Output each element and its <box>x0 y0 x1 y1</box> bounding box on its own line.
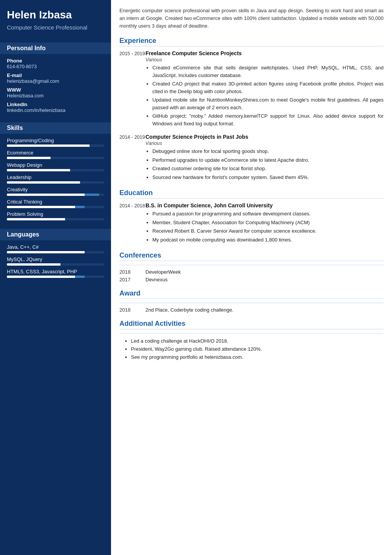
personal-info-section: Personal Info Phone 614-670-8073 E-mail … <box>0 38 111 118</box>
skill-bar <box>7 181 104 184</box>
skill-bar <box>7 206 104 208</box>
experience-list: 2015 - 2019Freelance Computer Science Pr… <box>119 50 384 182</box>
main-content: Energetic computer science professional … <box>111 0 392 555</box>
language-label: MySQL, JQuery <box>7 256 104 262</box>
experience-bullet-item: Created eCommerce site that sells design… <box>152 64 384 79</box>
linkedin-label: LinkedIn <box>7 102 104 107</box>
experience-bullet-item: GitHub project: "moby." Added memory.ker… <box>152 112 384 127</box>
skill-label: Programming/Coding <box>7 138 104 143</box>
conference-name: Devnexus <box>145 277 168 282</box>
awards-list: 20182nd Place, Coderbyte coding challeng… <box>119 307 384 313</box>
education-row: 2014 - 2018B.S. in Computer Science, Joh… <box>119 202 384 245</box>
conference-name: DeveloperWeek <box>145 269 181 275</box>
skill-label: Creativity <box>7 187 104 192</box>
experience-bullet-item: Performed upgrades to update eCommerce s… <box>152 156 384 164</box>
education-bullet-item: Member, Student Chapter, Association for… <box>152 219 384 227</box>
skill-bar <box>7 144 104 147</box>
language-bar <box>7 276 104 278</box>
experience-content: Freelance Computer Science ProjectsVario… <box>145 50 384 128</box>
conference-year: 2017 <box>119 277 145 282</box>
email-label: E-mail <box>7 72 104 78</box>
education-bullet-item: Received Robert B. Carver Senior Award f… <box>152 227 384 235</box>
education-bullets: Pursued a passion for programming and so… <box>145 210 384 243</box>
skills-section: Skills Programming/CodingEcommerceWebapp… <box>0 118 111 224</box>
linkedin-value: linkedin.com/in/helenizbasa <box>7 108 104 113</box>
education-content: B.S. in Computer Science, John Carroll U… <box>145 202 384 245</box>
education-section: Education 2014 - 2018B.S. in Computer Sc… <box>119 189 384 245</box>
skill-bar <box>7 194 104 196</box>
experience-section: Experience 2015 - 2019Freelance Computer… <box>119 37 384 182</box>
conference-row: 2017Devnexus <box>119 277 384 282</box>
award-title: Award <box>119 289 384 299</box>
additional-title: Additional Activities <box>119 320 384 329</box>
award-description: 2nd Place, Coderbyte coding challenge. <box>145 307 234 313</box>
skills-list: Programming/CodingEcommerceWebapp Design… <box>7 138 104 220</box>
experience-dates: 2015 - 2019 <box>119 50 145 128</box>
personal-info-title: Personal Info <box>0 43 111 54</box>
languages-list: Java, C++, C#MySQL, JQueryHTML5, CSS3, J… <box>7 244 104 278</box>
sidebar: Helen Izbasa Computer Science Profession… <box>0 0 111 555</box>
award-year: 2018 <box>119 307 145 313</box>
education-dates: 2014 - 2018 <box>119 202 145 245</box>
sidebar-header: Helen Izbasa Computer Science Profession… <box>0 0 111 38</box>
skill-label: Webapp Design <box>7 162 104 168</box>
language-bar <box>7 263 104 266</box>
skill-label: Ecommerce <box>7 150 104 156</box>
skill-bar <box>7 218 104 220</box>
experience-company: Various <box>145 57 384 62</box>
education-bullet-item: Pursued a passion for programming and so… <box>152 210 384 218</box>
language-bar <box>7 251 104 253</box>
skills-title: Skills <box>0 122 111 134</box>
additional-list: Led a coding challenge at HackOHI/O 2018… <box>119 337 384 361</box>
additional-bullet-item: See my programming portfolio at helenizb… <box>131 353 384 361</box>
languages-title: Languages <box>0 229 111 240</box>
education-degree: B.S. in Computer Science, John Carroll U… <box>145 202 384 209</box>
experience-job-title: Freelance Computer Science Projects <box>145 50 384 56</box>
skill-label: Problem Solving <box>7 211 104 217</box>
experience-bullet-item: Created CAD project that makes 3D-printe… <box>152 80 384 95</box>
www-label: WWW <box>7 87 104 93</box>
conferences-list: 2018DeveloperWeek2017Devnexus <box>119 269 384 282</box>
experience-company: Various <box>145 140 384 146</box>
additional-bullet-item: President, Way2Go gaming club. Raised at… <box>131 345 384 353</box>
email-value: helenizbasa@gmail.com <box>7 79 104 84</box>
education-bullet-item: My podcast on mobile computing was downl… <box>152 236 384 244</box>
experience-bullets: Created eCommerce site that sells design… <box>145 64 384 127</box>
languages-section: Languages Java, C++, C#MySQL, JQueryHTML… <box>0 224 111 282</box>
education-title: Education <box>119 189 384 199</box>
experience-bullet-item: Debugged online store for local sporting… <box>152 148 384 155</box>
experience-row: 2014 - 2019Computer Science Projects in … <box>119 134 384 182</box>
additional-section: Additional Activities Led a coding chall… <box>119 320 384 361</box>
phone-label: Phone <box>7 58 104 64</box>
skill-bar <box>7 157 104 159</box>
education-list: 2014 - 2018B.S. in Computer Science, Joh… <box>119 202 384 245</box>
award-row: 20182nd Place, Coderbyte coding challeng… <box>119 307 384 313</box>
summary: Energetic computer science professional … <box>119 7 384 30</box>
skill-label: Critical Thinking <box>7 199 104 205</box>
conference-year: 2018 <box>119 269 145 275</box>
www-value: Helenizbasa.com <box>7 93 104 99</box>
conference-row: 2018DeveloperWeek <box>119 269 384 275</box>
phone-value: 614-670-8073 <box>7 64 104 69</box>
additional-bullet-item: Led a coding challenge at HackOHI/O 2018… <box>131 337 384 345</box>
experience-job-title: Computer Science Projects in Past Jobs <box>145 134 384 140</box>
language-label: Java, C++, C# <box>7 244 104 250</box>
conferences-title: Conferences <box>119 251 384 261</box>
experience-bullets: Debugged online store for local sporting… <box>145 148 384 181</box>
candidate-name: Helen Izbasa <box>7 8 104 21</box>
experience-bullet-item: Updated mobile site for NutritionMonkeyS… <box>152 96 384 111</box>
experience-bullet-item: Sourced new hardware for florist's compu… <box>152 174 384 181</box>
language-label: HTML5, CSS3, Javascript, PHP <box>7 269 104 274</box>
experience-title: Experience <box>119 37 384 46</box>
experience-dates: 2014 - 2019 <box>119 134 145 182</box>
experience-row: 2015 - 2019Freelance Computer Science Pr… <box>119 50 384 128</box>
experience-bullet-item: Created customer ordering site for local… <box>152 165 384 172</box>
experience-content: Computer Science Projects in Past JobsVa… <box>145 134 384 182</box>
candidate-title: Computer Science Professional <box>7 24 104 31</box>
skill-label: Leadership <box>7 174 104 180</box>
conferences-section: Conferences 2018DeveloperWeek2017Devnexu… <box>119 251 384 282</box>
award-section: Award 20182nd Place, Coderbyte coding ch… <box>119 289 384 313</box>
skill-bar <box>7 169 104 171</box>
